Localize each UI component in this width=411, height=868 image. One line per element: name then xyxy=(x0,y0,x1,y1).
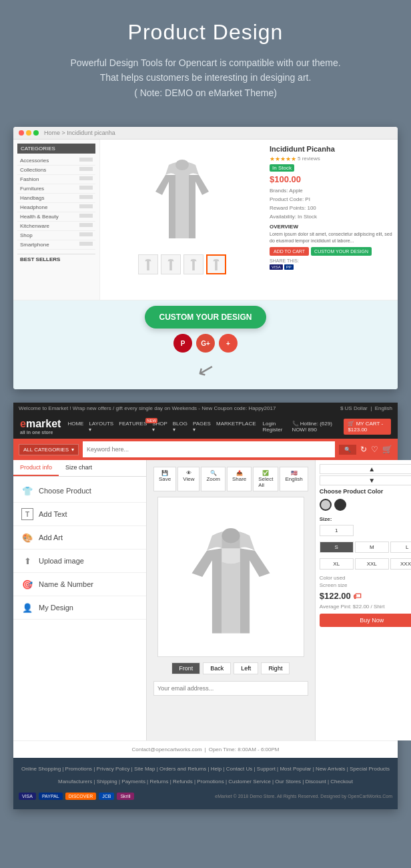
nav-blog[interactable]: BLOG ▾ xyxy=(173,421,187,433)
emarket-logo: emarket all in one store xyxy=(20,418,61,435)
target-icon: 🎯 xyxy=(21,578,33,590)
sidebar-cat-collections[interactable]: Collections xyxy=(17,166,95,175)
toolbar-save[interactable]: 💾 Save xyxy=(153,467,176,491)
size-xxl[interactable]: XXL xyxy=(355,558,389,570)
menu-choose-product-label: Choose Product xyxy=(39,487,91,495)
custom-your-design-button[interactable]: CUSTOM YOUR DESIGN xyxy=(145,306,267,329)
product-thumbnails xyxy=(105,254,259,274)
login-register[interactable]: Login Register xyxy=(263,421,287,433)
product-meta: Brands: Apple Product Code: PI Reward Po… xyxy=(270,187,392,221)
view-front-btn[interactable]: Front xyxy=(171,662,200,674)
size-grid-letters: S M L xyxy=(320,541,411,553)
toolbar-view[interactable]: 👁 View xyxy=(177,467,199,491)
view-right-btn[interactable]: Right xyxy=(261,662,290,674)
product-title: Incididunt Picanha xyxy=(270,145,392,153)
all-categories-button[interactable]: ALL CATEGORIES ▾ xyxy=(19,444,79,455)
sidebar-cat-shop[interactable]: Shop xyxy=(17,231,95,240)
design-menu-items: 👕 Choose Product T Add Text 🎨 Add Art ⬆ … xyxy=(13,477,146,622)
toolbar-share[interactable]: 📤 Share xyxy=(227,467,252,491)
view-left-btn[interactable]: Left xyxy=(234,662,258,674)
nav-marketplace[interactable]: MARKETPLACE xyxy=(216,421,256,433)
wishlist-icon[interactable]: ♡ xyxy=(371,445,378,454)
second-screenshot-block: Welcome to Emarket ! Wrap new offers / g… xyxy=(13,403,398,809)
email-input[interactable] xyxy=(153,681,308,696)
toolbar-english[interactable]: 🇺🇸 English xyxy=(280,467,308,491)
sidebar-cat-kitchenware[interactable]: Kitchenware xyxy=(17,222,95,231)
footer-link-open-time: Open Time: 8:00AM - 6:00PM xyxy=(209,746,280,752)
menu-name-number[interactable]: 🎯 Name & Number xyxy=(13,573,146,596)
sidebar-cat-health[interactable]: Health & Beauty xyxy=(17,212,95,222)
color-dark[interactable] xyxy=(334,499,346,511)
size-m[interactable]: M xyxy=(355,541,389,553)
nav-layouts[interactable]: LAYOUTS ▾ xyxy=(89,421,113,433)
scroll-down-btn[interactable]: ▼ xyxy=(320,475,411,485)
topbar-message: Welcome to Emarket ! Wrap new offers / g… xyxy=(19,405,276,411)
size-grid-xl: XL XXL XXXL xyxy=(320,558,411,570)
color-gray[interactable] xyxy=(320,499,332,511)
view-back-btn[interactable]: Back xyxy=(203,662,231,674)
tab-size-chart[interactable]: Size chart xyxy=(59,460,99,476)
cart-icon[interactable]: 🛒 xyxy=(382,445,392,454)
thumb-3[interactable] xyxy=(183,254,203,274)
menu-my-design[interactable]: 👤 My Design xyxy=(13,596,146,620)
options-content: ▲ ▼ Choose Product Color Size: 1 S M xyxy=(316,460,411,631)
size-xl[interactable]: XL xyxy=(320,558,354,570)
toolbar-select-all[interactable]: ✅ Select All xyxy=(253,467,278,491)
nav-home[interactable]: HOME xyxy=(67,421,83,433)
payment-icons: VISA PP xyxy=(270,264,392,270)
hotline: 📞 Hotline: (629) NOW! 890 xyxy=(292,421,339,433)
nav-pages[interactable]: PAGES ▾ xyxy=(193,421,211,433)
menu-add-text[interactable]: T Add Text xyxy=(13,503,146,526)
tab-product-info[interactable]: Product info xyxy=(13,460,59,476)
color-swatches xyxy=(320,499,411,511)
sidebar-cat-accessories[interactable]: Accessories xyxy=(17,156,95,166)
art-icon: 🎨 xyxy=(21,531,33,544)
thumb-1[interactable] xyxy=(138,254,158,274)
footer-link-contact[interactable]: Contact@opencartworks.com xyxy=(132,746,202,752)
add-to-cart-btn[interactable]: ADD TO CART xyxy=(270,247,309,256)
toolbar-zoom[interactable]: 🔍 Zoom xyxy=(201,467,225,491)
sidebar-cat-furnitures[interactable]: Furnitures xyxy=(17,184,95,194)
email-subscribe-area xyxy=(153,681,308,696)
custom-design-btn-small[interactable]: CUSTOM YOUR DESIGN xyxy=(311,247,372,256)
share-label: SHARE THIS: xyxy=(270,258,392,263)
browser-dots xyxy=(19,130,39,136)
upload-icon: ⬆ xyxy=(21,555,33,567)
refresh-icon[interactable]: ↻ xyxy=(360,445,367,454)
breadcrumb-mini: Home > Incididunt picanha xyxy=(44,130,115,136)
custom-design-overlay-area: CUSTOM YOUR DESIGN xyxy=(19,306,392,329)
thumb-4-active[interactable] xyxy=(206,254,226,274)
cart-buttons: ADD TO CART CUSTOM YOUR DESIGN xyxy=(270,247,392,256)
subtitle-line2: That helps customers be interesting in d… xyxy=(27,70,384,85)
sidebar-cat-fashion[interactable]: Fashion xyxy=(17,175,95,184)
menu-upload-image[interactable]: ⬆ Upload image xyxy=(13,550,146,573)
sidebar-cat-smartphone[interactable]: Smartphone xyxy=(17,240,95,250)
canvas-toolbar: 💾 Save 👁 View 🔍 Zoom 📤 Share xyxy=(153,467,308,491)
thumb-2[interactable] xyxy=(161,254,181,274)
size-l[interactable]: L xyxy=(390,541,411,553)
pm-visa: VISA xyxy=(19,793,36,800)
plus-share-button[interactable]: + xyxy=(219,334,238,353)
size-s[interactable]: S xyxy=(320,541,354,553)
cart-button[interactable]: 🛒 MY CART - $123.00 xyxy=(344,419,391,435)
size-xxxl[interactable]: XXXL xyxy=(390,558,411,570)
buy-now-button[interactable]: Buy Now xyxy=(320,614,411,627)
tshirt-icon: 👕 xyxy=(21,485,33,497)
design-canvas-area: 💾 Save 👁 View 🔍 Zoom 📤 Share xyxy=(147,460,315,740)
menu-add-art[interactable]: 🎨 Add Art xyxy=(13,526,146,550)
pm-paypal: PAYPAL xyxy=(39,793,63,800)
search-input[interactable] xyxy=(83,441,335,457)
size-1[interactable]: 1 xyxy=(320,525,354,536)
scroll-up-btn[interactable]: ▲ xyxy=(320,464,411,474)
select-all-icon: ✅ xyxy=(262,470,269,476)
pinterest-button[interactable]: P xyxy=(173,334,192,353)
sidebar-cat-headphone[interactable]: Headphone xyxy=(17,203,95,212)
design-tab-bar: Product info Size chart xyxy=(13,460,146,477)
menu-choose-product[interactable]: 👕 Choose Product xyxy=(13,479,146,503)
gplus-button[interactable]: G+ xyxy=(196,334,215,353)
nav-features[interactable]: FEATURES NEW xyxy=(119,421,147,433)
menu-my-design-label: My Design xyxy=(39,604,73,612)
search-button[interactable]: 🔍 xyxy=(339,445,356,455)
header-actions: Login Register 📞 Hotline: (629) NOW! 890… xyxy=(263,419,391,435)
sidebar-cat-handbags[interactable]: Handbags xyxy=(17,194,95,203)
